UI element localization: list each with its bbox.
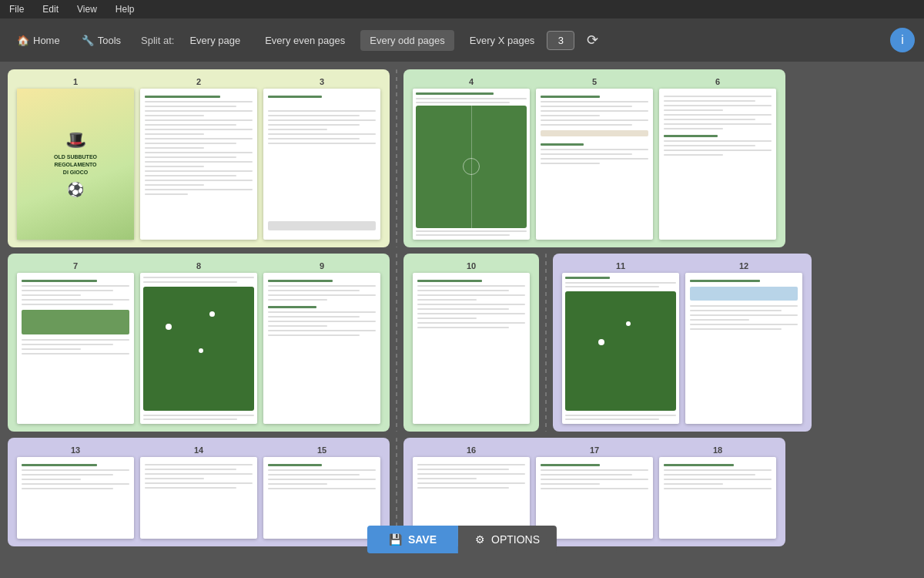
page-5-preview[interactable] (536, 89, 653, 240)
options-button[interactable]: ⚙ OPTIONS (458, 526, 557, 553)
page-9-container: 9 (263, 261, 380, 424)
page-14-content (140, 457, 257, 539)
page-3-container: 3 (263, 77, 380, 240)
action-bar: 💾 SAVE ⚙ OPTIONS (367, 526, 557, 553)
split-every-page[interactable]: Every page (180, 30, 249, 51)
info-icon: i (901, 33, 904, 47)
save-label: SAVE (408, 533, 437, 546)
refresh-icon: ⟳ (587, 32, 598, 48)
info-button[interactable]: i (890, 28, 915, 52)
cover-title: OLD SUBBUTEOREGOLAMENTODI GIOCO (54, 153, 97, 176)
page-7-container: 7 (17, 261, 134, 424)
divider-1 (396, 69, 397, 247)
page-15-content (263, 457, 380, 539)
divider-3 (545, 254, 547, 432)
split-every-odd[interactable]: Every odd pages (360, 30, 454, 51)
page-6-preview[interactable] (659, 89, 776, 240)
menu-file[interactable]: File (6, 2, 27, 16)
page-row-1: 1 🎩 OLD SUBBUTEOREGOLAMENTODI GIOCO ⚽ 2 (8, 69, 916, 247)
page-15-preview[interactable] (263, 457, 380, 539)
home-icon: 🏠 (17, 35, 29, 46)
home-button[interactable]: 🏠 Home (9, 30, 68, 51)
page-10-preview[interactable] (413, 273, 530, 424)
page-16-container: 16 (413, 445, 530, 539)
save-icon: 💾 (389, 533, 402, 546)
page-10-content (413, 273, 530, 424)
page-1-container: 1 🎩 OLD SUBBUTEOREGOLAMENTODI GIOCO ⚽ (17, 77, 134, 240)
page-5-number: 5 (592, 77, 597, 86)
home-label: Home (33, 35, 60, 46)
page-4-field (416, 106, 527, 228)
split-every-x[interactable]: Every X pages (460, 30, 544, 51)
group-pages-11-12: 11 (553, 254, 812, 432)
menu-edit[interactable]: Edit (39, 2, 62, 16)
page-2-preview[interactable] (140, 89, 257, 240)
split-every-even[interactable]: Every even pages (256, 30, 354, 51)
page-13-preview[interactable] (17, 457, 134, 539)
page-6-number: 6 (715, 77, 720, 86)
page-15-number: 15 (317, 445, 326, 455)
page-8-number: 8 (196, 261, 201, 271)
page-1-number: 1 (73, 77, 78, 86)
page-4-number: 4 (469, 77, 474, 86)
page-8-container: 8 (140, 261, 257, 424)
cover-hat-icon: 🎩 (65, 130, 86, 150)
page-5-content (536, 89, 653, 240)
page-12-preview[interactable] (685, 273, 802, 424)
group-pages-4-6: 4 (403, 69, 785, 247)
page-8-preview[interactable] (140, 273, 257, 424)
main-content: 1 🎩 OLD SUBBUTEOREGOLAMENTODI GIOCO ⚽ 2 (0, 62, 924, 578)
menu-help[interactable]: Help (112, 2, 138, 16)
toolbar: 🏠 Home 🔧 Tools Split at: Every page Ever… (0, 18, 924, 62)
page-18-content (659, 457, 776, 539)
tools-label: Tools (98, 35, 121, 46)
page-3-preview[interactable] (263, 89, 380, 240)
page-2-container: 2 (140, 77, 257, 240)
page-11-content (562, 273, 679, 424)
cover-ball-icon: ⚽ (67, 181, 84, 198)
page-15-container: 15 (263, 445, 380, 539)
page-1-preview[interactable]: 🎩 OLD SUBBUTEOREGOLAMENTODI GIOCO ⚽ (17, 89, 134, 240)
page-11-number: 11 (616, 261, 625, 271)
page-9-content (263, 273, 380, 424)
page-6-container: 6 (659, 77, 776, 240)
options-label: OPTIONS (491, 533, 540, 546)
page-17-number: 17 (590, 445, 599, 455)
page-17-container: 17 (536, 445, 653, 539)
page-row-2: 7 (8, 254, 916, 432)
page-7-preview[interactable] (17, 273, 134, 424)
refresh-button[interactable]: ⟳ (581, 29, 604, 52)
page-11-container: 11 (562, 261, 679, 424)
page-1-cover: 🎩 OLD SUBBUTEOREGOLAMENTODI GIOCO ⚽ (17, 89, 134, 240)
group-pages-10: 10 (403, 254, 539, 432)
x-pages-input[interactable] (547, 31, 574, 50)
group-pages-1-3: 1 🎩 OLD SUBBUTEOREGOLAMENTODI GIOCO ⚽ 2 (8, 69, 390, 247)
page-4-content (413, 89, 530, 240)
page-2-number: 2 (196, 77, 201, 86)
save-button[interactable]: 💾 SAVE (367, 526, 458, 553)
page-9-number: 9 (320, 261, 324, 271)
page-12-content (685, 273, 802, 424)
page-5-container: 5 (536, 77, 653, 240)
page-4-preview[interactable] (413, 89, 530, 240)
page-3-number: 3 (320, 77, 324, 86)
page-18-number: 18 (713, 445, 722, 455)
divider-2 (396, 254, 397, 432)
page-3-content (263, 89, 380, 240)
page-10-container: 10 (413, 261, 530, 424)
page-11-preview[interactable] (562, 273, 679, 424)
options-icon: ⚙ (475, 533, 485, 546)
page-14-preview[interactable] (140, 457, 257, 539)
page-12-container: 12 (685, 261, 802, 424)
page-18-container: 18 (659, 445, 776, 539)
tools-button[interactable]: 🔧 Tools (74, 30, 129, 51)
page-18-preview[interactable] (659, 457, 776, 539)
page-4-container: 4 (413, 77, 530, 240)
page-10-number: 10 (467, 261, 476, 271)
page-9-preview[interactable] (263, 273, 380, 424)
page-2-content (140, 89, 257, 240)
menu-view[interactable]: View (74, 2, 100, 16)
page-8-content (140, 273, 257, 424)
group-pages-13-15: 13 14 (8, 438, 390, 546)
page-7-content (17, 273, 134, 424)
